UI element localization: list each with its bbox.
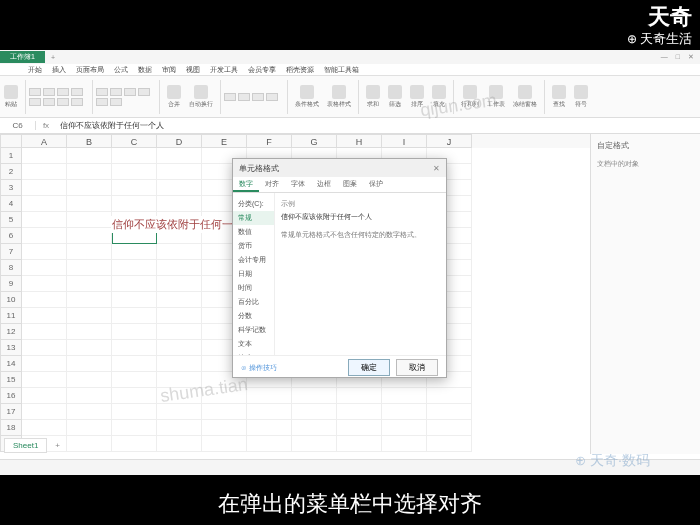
cell[interactable] — [112, 420, 157, 436]
cell[interactable] — [157, 436, 202, 452]
cell[interactable] — [157, 420, 202, 436]
cell[interactable] — [22, 292, 67, 308]
row-header[interactable]: 16 — [0, 388, 22, 404]
col-header[interactable]: F — [247, 134, 292, 148]
cell[interactable] — [157, 260, 202, 276]
cell[interactable] — [337, 388, 382, 404]
col-header[interactable]: G — [292, 134, 337, 148]
cell[interactable] — [112, 388, 157, 404]
cell[interactable] — [427, 436, 472, 452]
cell[interactable] — [112, 404, 157, 420]
row-header[interactable]: 1 — [0, 148, 22, 164]
cell[interactable] — [22, 276, 67, 292]
cell[interactable] — [67, 164, 112, 180]
cell[interactable] — [67, 308, 112, 324]
menu-item[interactable]: 智能工具箱 — [324, 65, 359, 75]
filter-icon[interactable] — [388, 85, 402, 99]
file-tab[interactable]: 工作簿1 — [0, 51, 45, 63]
cell[interactable] — [157, 356, 202, 372]
category-item[interactable]: 数值 — [233, 225, 274, 239]
cell[interactable] — [67, 228, 112, 244]
table-style-icon[interactable] — [332, 85, 346, 99]
menu-item[interactable]: 插入 — [52, 65, 66, 75]
cell[interactable] — [337, 420, 382, 436]
cell[interactable] — [157, 244, 202, 260]
cell[interactable] — [112, 244, 157, 260]
cell[interactable] — [67, 372, 112, 388]
cell[interactable] — [22, 308, 67, 324]
cell[interactable] — [247, 388, 292, 404]
worksheet-icon[interactable] — [489, 85, 503, 99]
cell[interactable] — [247, 404, 292, 420]
cell[interactable] — [292, 404, 337, 420]
add-sheet-icon[interactable]: + — [51, 441, 64, 450]
category-item[interactable]: 时间 — [233, 281, 274, 295]
cell-content[interactable]: 信仰不应该依附于任何一 — [111, 216, 234, 233]
tab-alignment[interactable]: 对齐 — [259, 177, 285, 192]
cell[interactable] — [112, 180, 157, 196]
cell[interactable] — [427, 420, 472, 436]
cell[interactable] — [157, 148, 202, 164]
cell[interactable] — [157, 292, 202, 308]
cell[interactable] — [67, 356, 112, 372]
cell[interactable] — [157, 276, 202, 292]
ok-button[interactable]: 确定 — [348, 359, 390, 376]
cell[interactable] — [112, 340, 157, 356]
cell[interactable] — [112, 196, 157, 212]
cell[interactable] — [22, 164, 67, 180]
menu-item[interactable]: 公式 — [114, 65, 128, 75]
cell[interactable] — [67, 404, 112, 420]
tab-number[interactable]: 数字 — [233, 177, 259, 192]
menu-item[interactable]: 会员专享 — [248, 65, 276, 75]
cell[interactable] — [157, 340, 202, 356]
cell[interactable] — [22, 148, 67, 164]
cell[interactable] — [67, 340, 112, 356]
cell[interactable] — [67, 324, 112, 340]
row-header[interactable]: 12 — [0, 324, 22, 340]
align-group[interactable] — [96, 88, 156, 106]
cell[interactable] — [112, 372, 157, 388]
category-item[interactable]: 特殊 — [233, 351, 274, 355]
cell[interactable] — [157, 196, 202, 212]
row-header[interactable]: 5 — [0, 212, 22, 228]
cell[interactable] — [202, 436, 247, 452]
cell[interactable] — [67, 212, 112, 228]
cell[interactable] — [22, 420, 67, 436]
maximize-icon[interactable]: □ — [676, 53, 680, 61]
cell[interactable] — [67, 420, 112, 436]
menu-item[interactable]: 数据 — [138, 65, 152, 75]
paste-icon[interactable] — [4, 85, 18, 99]
cell[interactable] — [22, 340, 67, 356]
cell[interactable] — [112, 164, 157, 180]
row-header[interactable]: 2 — [0, 164, 22, 180]
row-header[interactable]: 3 — [0, 180, 22, 196]
cell[interactable] — [157, 180, 202, 196]
cell[interactable] — [67, 276, 112, 292]
merge-icon[interactable] — [167, 85, 181, 99]
cell[interactable] — [112, 308, 157, 324]
cell[interactable] — [382, 436, 427, 452]
menu-item[interactable]: 开发工具 — [210, 65, 238, 75]
col-header[interactable]: J — [427, 134, 472, 148]
row-header[interactable]: 6 — [0, 228, 22, 244]
cell[interactable] — [157, 324, 202, 340]
cell[interactable] — [112, 276, 157, 292]
wrap-icon[interactable] — [194, 85, 208, 99]
cell[interactable] — [22, 260, 67, 276]
col-header[interactable]: C — [112, 134, 157, 148]
cell[interactable] — [22, 404, 67, 420]
menu-item[interactable]: 审阅 — [162, 65, 176, 75]
cell[interactable] — [67, 388, 112, 404]
cell[interactable] — [382, 388, 427, 404]
cell[interactable] — [202, 404, 247, 420]
cell[interactable] — [22, 324, 67, 340]
select-all-corner[interactable] — [0, 134, 22, 148]
cell[interactable] — [112, 356, 157, 372]
cell[interactable] — [382, 404, 427, 420]
fill-icon[interactable] — [432, 85, 446, 99]
cell[interactable] — [22, 180, 67, 196]
number-group[interactable] — [224, 93, 284, 101]
minimize-icon[interactable]: — — [661, 53, 668, 61]
cell[interactable] — [22, 196, 67, 212]
cell[interactable] — [22, 212, 67, 228]
